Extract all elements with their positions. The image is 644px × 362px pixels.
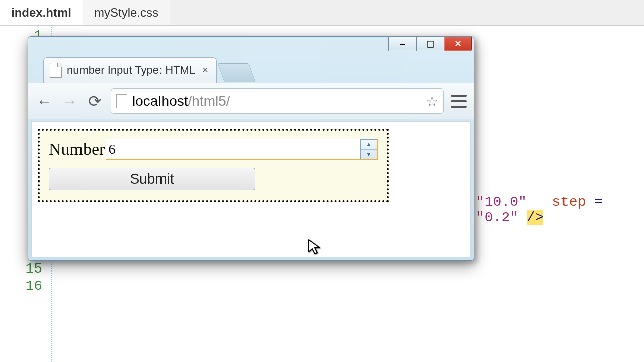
code-string-literal: "10.0"	[476, 194, 527, 210]
window-titlebar[interactable]: – ▢ ✕	[28, 37, 474, 57]
svg-marker-0	[309, 240, 320, 254]
new-tab-button[interactable]	[217, 63, 255, 82]
browser-tab-title: number Input Type: HTML	[67, 64, 195, 77]
editor-tab-index-html[interactable]: index.html	[0, 0, 83, 25]
spinner-up-icon[interactable]: ▲	[361, 140, 377, 150]
url-path: /html5/	[188, 93, 230, 109]
editor-tabstrip: index.html myStyle.css	[0, 0, 644, 26]
form-container: Number ▲ ▼ Submit	[38, 129, 389, 202]
maximize-button[interactable]: ▢	[417, 37, 444, 51]
number-input-wrap: ▲ ▼	[106, 139, 378, 160]
page-icon	[116, 94, 127, 108]
reload-icon[interactable]: ⟳	[86, 92, 104, 111]
number-label: Number	[49, 140, 105, 159]
address-bar[interactable]: localhost/html5/ ☆	[111, 88, 444, 114]
close-button[interactable]: ✕	[444, 37, 472, 51]
window-controls: – ▢ ✕	[388, 37, 472, 51]
forward-icon[interactable]: →	[60, 92, 78, 111]
mouse-cursor-icon	[308, 239, 322, 258]
line-number: 16	[25, 278, 45, 295]
tab-close-icon[interactable]: ×	[200, 65, 210, 75]
submit-button[interactable]: Submit	[49, 168, 255, 190]
browser-viewport: Number ▲ ▼ Submit	[31, 121, 471, 257]
browser-toolbar: ← → ⟳ localhost/html5/ ☆	[28, 83, 474, 119]
page-icon	[50, 63, 62, 78]
spinner-down-icon[interactable]: ▼	[361, 150, 377, 159]
code-attr-name: step	[552, 194, 586, 210]
editor-tab-mystyle-css[interactable]: myStyle.css	[83, 0, 170, 25]
url-host: localhost	[132, 93, 188, 109]
code-attr-value: "0.2"	[476, 210, 518, 225]
browser-tab-active[interactable]: number Input Type: HTML ×	[43, 57, 217, 83]
bookmark-star-icon[interactable]: ☆	[426, 93, 438, 110]
number-input[interactable]	[106, 139, 360, 159]
menu-icon[interactable]	[451, 95, 467, 108]
browser-window: – ▢ ✕ number Input Type: HTML × ← → ⟳ lo…	[28, 36, 474, 261]
code-tag-close: />	[527, 210, 544, 225]
code-attr-fragment: "10.0" step = "0.2" />	[476, 194, 644, 225]
minimize-button[interactable]: –	[388, 37, 417, 51]
browser-tabstrip: number Input Type: HTML ×	[28, 57, 474, 83]
back-icon[interactable]: ←	[35, 92, 53, 111]
number-spinner: ▲ ▼	[360, 139, 377, 159]
